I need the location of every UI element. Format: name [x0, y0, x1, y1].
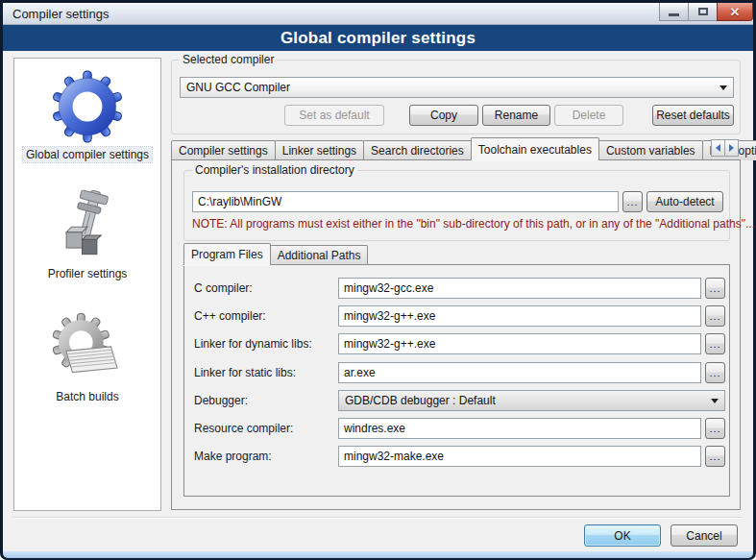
close-button[interactable]: ✕ [717, 3, 753, 21]
settings-tab-bar: Compiler settings Linker settings Search… [171, 137, 741, 160]
dialog-header: Global compiler settings [3, 25, 753, 51]
field-label: C compiler: [194, 281, 253, 295]
install-dir-browse-button[interactable]: ... [622, 191, 643, 212]
tab-toolchain-executables[interactable]: Toolchain executables [471, 137, 599, 160]
c-compiler-browse-button[interactable]: ... [705, 278, 725, 299]
tab-scroll-right-button[interactable] [724, 139, 739, 157]
maximize-button[interactable] [688, 3, 718, 21]
cancel-button[interactable]: Cancel [671, 524, 738, 547]
blue-gear-icon [51, 70, 124, 143]
dynamic-linker-browse-button[interactable]: ... [705, 333, 725, 354]
delete-button[interactable]: Delete [554, 105, 623, 126]
sidebar-item-global-compiler-settings[interactable]: Global compiler settings [23, 70, 152, 162]
install-dir-note: NOTE: All programs must exist either in … [192, 217, 755, 231]
resource-compiler-input[interactable] [338, 418, 701, 439]
title-bar[interactable]: Compiler settings ✕ [3, 3, 753, 25]
debugger-row: Debugger: GDB/CDB debugger : Default [184, 390, 729, 411]
cpp-compiler-input[interactable] [338, 305, 701, 327]
subtab-program-files[interactable]: Program Files [183, 243, 271, 265]
close-icon: ✕ [730, 6, 741, 18]
settings-category-list: Global compiler settings Profiler settin… [13, 58, 161, 511]
dropdown-arrow-icon [711, 399, 719, 403]
cpp-compiler-row: C++ compiler: ... [184, 305, 729, 327]
install-dir-group: Compiler's installation directory ... Au… [183, 170, 730, 241]
tab-scroll-left-icon [716, 144, 720, 152]
selected-compiler-group: Selected compiler GNU GCC Compiler Set a… [171, 60, 741, 134]
tab-compiler-settings[interactable]: Compiler settings [171, 140, 276, 160]
field-label: Make program: [194, 450, 272, 463]
sidebar-item-label: Batch builds [53, 389, 121, 404]
tab-scroll-right-icon [729, 144, 734, 152]
copy-button[interactable]: Copy [409, 105, 478, 126]
page-title: Global compiler settings [280, 29, 476, 48]
sidebar-item-profiler-settings[interactable]: Profiler settings [45, 187, 131, 281]
static-linker-input[interactable] [338, 362, 701, 383]
tab-search-directories[interactable]: Search directories [363, 140, 472, 160]
window-frame-bottom [3, 551, 753, 558]
field-label: C++ compiler: [194, 309, 266, 323]
maximize-icon [698, 8, 708, 15]
minimize-icon [669, 13, 679, 16]
window-title: Compiler settings [12, 7, 109, 21]
debugger-select-value: GDB/CDB debugger : Default [345, 394, 496, 407]
gear-stack-icon [49, 310, 126, 385]
toolchain-subtab-bar: Program Files Additional Paths [183, 243, 367, 265]
c-compiler-input[interactable] [338, 278, 701, 299]
sidebar-item-batch-builds[interactable]: Batch builds [49, 310, 126, 404]
field-label: Linker for dynamic libs: [194, 337, 312, 351]
tab-linker-settings[interactable]: Linker settings [275, 140, 364, 160]
ok-button[interactable]: OK [584, 524, 661, 547]
sidebar-item-label: Profiler settings [45, 266, 131, 281]
c-compiler-row: C compiler: ... [184, 278, 729, 299]
static-linker-browse-button[interactable]: ... [705, 362, 725, 383]
reset-defaults-button[interactable]: Reset defaults [652, 105, 734, 126]
dynamic-linker-input[interactable] [338, 333, 701, 354]
selected-compiler-group-label: Selected compiler [180, 53, 277, 66]
debugger-select[interactable]: GDB/CDB debugger : Default [338, 390, 725, 411]
resource-compiler-row: Resource compiler: ... [184, 418, 729, 439]
field-label: Debugger: [194, 394, 248, 407]
rename-button[interactable]: Rename [482, 105, 550, 126]
footer-separator [13, 517, 742, 519]
program-files-panel: C compiler: ... C++ compiler: ... Linker… [183, 264, 730, 497]
subtab-additional-paths[interactable]: Additional Paths [270, 245, 369, 265]
sidebar-item-label: Global compiler settings [23, 147, 152, 162]
install-dir-group-label: Compiler's installation directory [192, 163, 357, 177]
static-linker-row: Linker for static libs: ... [184, 362, 729, 383]
caliper-icon [54, 187, 121, 262]
make-program-input[interactable] [338, 446, 701, 467]
auto-detect-button[interactable]: Auto-detect [646, 191, 723, 212]
tab-custom-variables[interactable]: Custom variables [598, 140, 703, 160]
install-dir-input[interactable] [192, 191, 619, 212]
make-program-browse-button[interactable]: ... [705, 446, 725, 467]
dialog-window: Compiler settings ✕ Global compiler sett… [0, 0, 756, 560]
dynamic-linker-row: Linker for dynamic libs: ... [184, 333, 729, 354]
tab-scroll-left-button[interactable] [711, 139, 725, 157]
compiler-select-value: GNU GCC Compiler [186, 81, 290, 94]
set-as-default-button[interactable]: Set as default [284, 105, 384, 126]
field-label: Resource compiler: [194, 422, 293, 435]
make-program-row: Make program: ... [184, 446, 729, 467]
compiler-select[interactable]: GNU GCC Compiler [180, 77, 734, 98]
field-label: Linker for static libs: [194, 366, 296, 379]
minimize-button[interactable] [659, 3, 689, 21]
cpp-compiler-browse-button[interactable]: ... [705, 305, 725, 327]
dialog-body: Global compiler settings Profiler settin… [3, 51, 753, 551]
toolchain-executables-panel: Compiler's installation directory ... Au… [171, 159, 741, 510]
resource-compiler-browse-button[interactable]: ... [705, 418, 725, 439]
dropdown-arrow-icon [719, 85, 727, 90]
